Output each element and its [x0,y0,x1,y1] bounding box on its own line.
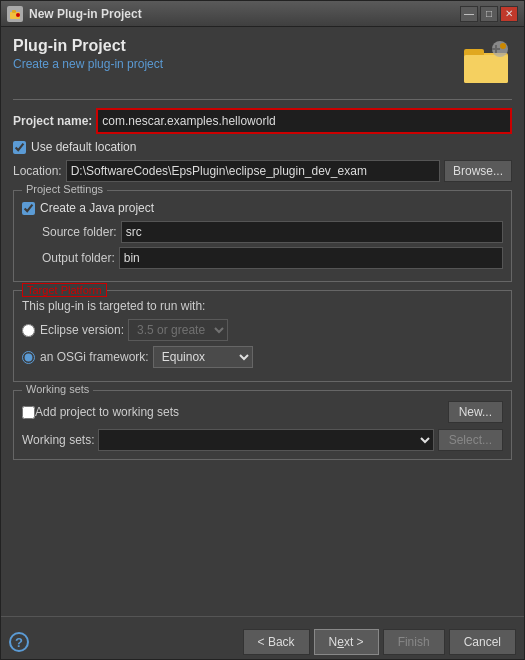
window-title: New Plug-in Project [29,7,460,21]
create-java-checkbox[interactable] [22,202,35,215]
create-java-row: Create a Java project [22,201,503,215]
location-label: Location: [13,164,62,178]
maximize-button[interactable]: □ [480,6,498,22]
next-underline-char: e [337,635,344,649]
use-default-location-row: Use default location [13,140,512,154]
header-section: Plug-in Project Create a new plug-in pro… [13,37,512,89]
header-text: Plug-in Project Create a new plug-in pro… [13,37,460,71]
title-bar: New Plug-in Project — □ ✕ [1,1,524,27]
svg-rect-1 [12,10,16,13]
source-folder-row: Source folder: [22,221,503,243]
working-sets-title: Working sets [22,383,93,395]
bottom-divider [1,616,524,617]
project-settings-title: Project Settings [22,183,107,195]
back-button[interactable]: < Back [243,629,310,655]
radio-group: Eclipse version: 3.5 or greate an OSGi f… [22,319,503,368]
help-button[interactable]: ? [9,632,29,652]
header-divider [13,99,512,100]
output-folder-label: Output folder: [42,251,115,265]
next-label: Next > [329,635,364,649]
svg-rect-5 [464,55,508,83]
working-sets-select-row: Working sets: Select... [22,429,503,451]
osgi-framework-dropdown[interactable]: Equinox [153,346,253,368]
main-window: New Plug-in Project — □ ✕ Plug-in Projec… [0,0,525,660]
project-settings-group: Project Settings Create a Java project S… [13,190,512,282]
next-button[interactable]: Next > [314,629,379,655]
add-working-sets-row: Add project to working sets New... [22,401,503,423]
project-name-row: Project name: [13,108,512,134]
location-row: Location: Browse... [13,160,512,182]
use-default-label: Use default location [31,140,136,154]
project-name-label: Project name: [13,114,92,128]
output-folder-row: Output folder: [22,247,503,269]
source-folder-input[interactable] [121,221,503,243]
close-button[interactable]: ✕ [500,6,518,22]
select-button[interactable]: Select... [438,429,503,451]
svg-point-2 [16,13,20,17]
svg-point-9 [500,43,506,49]
project-name-wrapper [96,108,512,134]
page-title: Plug-in Project [13,37,460,55]
eclipse-version-dropdown[interactable]: 3.5 or greate [128,319,228,341]
new-button[interactable]: New... [448,401,503,423]
window-controls: — □ ✕ [460,6,518,22]
target-platform-title: Target Platform [22,283,107,297]
button-bar: ? < Back Next > Finish Cancel [1,625,524,659]
project-name-input[interactable] [98,110,510,132]
use-default-checkbox[interactable] [13,141,26,154]
eclipse-version-label: Eclipse version: [40,323,124,337]
output-folder-input[interactable] [119,247,503,269]
bottom-area: ? < Back Next > Finish Cancel [1,616,524,659]
source-folder-label: Source folder: [42,225,117,239]
minimize-button[interactable]: — [460,6,478,22]
working-sets-label: Working sets: [22,433,94,447]
osgi-framework-label: an OSGi framework: [40,350,149,364]
osgi-framework-radio[interactable] [22,351,35,364]
target-platform-desc: This plug-in is targeted to run with: [22,299,503,313]
working-sets-group: Working sets Add project to working sets… [13,390,512,460]
add-working-sets-label: Add project to working sets [35,405,448,419]
spacer [13,468,512,606]
page-subtitle: Create a new plug-in project [13,57,460,71]
create-java-label: Create a Java project [40,201,154,215]
eclipse-version-radio[interactable] [22,324,35,337]
cancel-button[interactable]: Cancel [449,629,516,655]
header-icon [460,37,512,89]
content-area: Plug-in Project Create a new plug-in pro… [1,27,524,616]
add-working-sets-checkbox[interactable] [22,406,35,419]
finish-button[interactable]: Finish [383,629,445,655]
window-icon [7,6,23,22]
location-input[interactable] [66,160,440,182]
eclipse-version-row: Eclipse version: 3.5 or greate [22,319,503,341]
browse-button[interactable]: Browse... [444,160,512,182]
working-sets-dropdown[interactable] [98,429,433,451]
target-platform-group: Target Platform This plug-in is targeted… [13,290,512,382]
osgi-framework-row: an OSGi framework: Equinox [22,346,503,368]
